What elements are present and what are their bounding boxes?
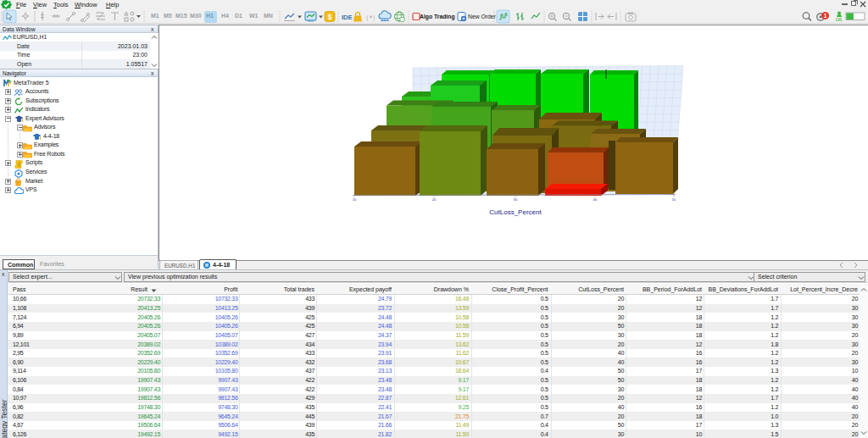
svg-text:CutLoss_Percent: CutLoss_Percent [489,208,542,216]
svg-text:$: $ [327,13,331,21]
svg-text:10: 10 [353,197,357,202]
svg-text:LVL: LVL [836,18,843,22]
svg-text:20: 20 [432,197,437,202]
svg-text:50: 50 [672,197,676,202]
svg-text:1: 1 [824,13,827,19]
svg-text:(: ( [366,14,369,21]
svg-text:IDE: IDE [342,14,353,21]
svg-text:1: 1 [505,12,508,17]
svg-text:): ) [373,14,375,21]
svg-text:40: 40 [593,197,598,202]
svg-text:30: 30 [514,197,518,202]
